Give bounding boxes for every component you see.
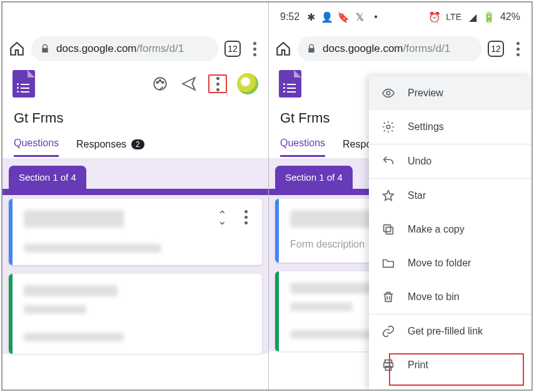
menu-label: Settings xyxy=(408,121,444,133)
url-host: docs.google.com xyxy=(323,43,403,54)
url-bar[interactable]: docs.google.com/forms/d/1 xyxy=(31,36,218,61)
forms-overflow-icon[interactable] xyxy=(208,74,227,93)
url-path: /forms/d/1 xyxy=(403,43,451,54)
menu-label: Move to folder xyxy=(408,258,471,269)
tab-count[interactable]: 12 xyxy=(224,41,241,57)
home-icon[interactable] xyxy=(275,41,291,57)
menu-label: Make a copy xyxy=(408,224,465,235)
star-icon xyxy=(381,189,395,203)
screenshot-frame: docs.google.com/forms/d/1 12 Gt Frms Que… xyxy=(1,1,533,391)
trash-icon xyxy=(381,290,395,304)
url-bar[interactable]: docs.google.com/forms/d/1 xyxy=(298,36,481,61)
battery-percent: 42% xyxy=(500,11,520,23)
undo-icon xyxy=(381,154,395,168)
overflow-menu: Preview Settings Undo Star Make a copy xyxy=(369,76,531,389)
google-forms-icon[interactable] xyxy=(279,70,301,98)
contact-icon: 👤 xyxy=(322,12,332,22)
tab-responses-partial[interactable]: Respo xyxy=(343,138,371,157)
blurred-q-line1 xyxy=(290,303,353,311)
tab-questions[interactable]: Questions xyxy=(280,138,325,157)
url-path: /forms/d/1 xyxy=(137,43,184,54)
menu-move-bin[interactable]: Move to bin xyxy=(369,280,531,314)
question-card[interactable] xyxy=(9,274,262,354)
svg-rect-7 xyxy=(384,225,391,232)
status-bar: 9:52 ✱ 👤 🔖 𝕏 • ⏰ LTE ◢ 🔋 42% xyxy=(269,3,531,31)
blurred-q-line2 xyxy=(24,333,124,341)
lock-icon xyxy=(306,44,316,54)
section-chip: Section 1 of 4 xyxy=(9,166,86,189)
blurred-q-line1 xyxy=(24,305,86,314)
card-actions: ⌃⌃ xyxy=(218,210,253,224)
card-overflow-icon[interactable] xyxy=(238,210,253,224)
svg-point-5 xyxy=(386,125,390,129)
left-pane: docs.google.com/forms/d/1 12 Gt Frms Que… xyxy=(3,3,268,389)
forms-header xyxy=(3,66,268,101)
gear-icon xyxy=(381,120,395,134)
slack-icon: ✱ xyxy=(306,12,316,22)
menu-label: Preview xyxy=(408,88,443,99)
theme-palette-icon[interactable] xyxy=(151,74,169,93)
menu-label: Get pre-filled link xyxy=(408,326,483,337)
url-host: docs.google.com xyxy=(56,43,137,54)
battery-icon: 🔋 xyxy=(484,12,494,22)
twitter-icon: 𝕏 xyxy=(355,12,365,22)
menu-print[interactable]: Print xyxy=(369,348,531,382)
menu-label: Star xyxy=(408,190,426,201)
menu-make-copy[interactable]: Make a copy xyxy=(369,213,531,246)
link-icon xyxy=(381,324,395,338)
menu-star[interactable]: Star xyxy=(369,179,531,213)
copy-icon xyxy=(381,223,395,236)
svg-point-1 xyxy=(156,81,158,83)
right-pane: 9:52 ✱ 👤 🔖 𝕏 • ⏰ LTE ◢ 🔋 42% docs.google… xyxy=(268,3,531,389)
menu-label: Undo xyxy=(408,156,431,167)
section-bar xyxy=(3,189,268,195)
lte-indicator: LTE xyxy=(446,12,461,22)
signal-icon: ◢ xyxy=(468,12,478,22)
browser-toolbar-right: docs.google.com/forms/d/1 12 xyxy=(269,31,531,66)
lock-icon xyxy=(40,44,50,54)
responses-count-badge: 2 xyxy=(131,139,144,149)
google-forms-icon[interactable] xyxy=(13,70,35,98)
svg-point-3 xyxy=(162,81,164,83)
blurred-q-title xyxy=(24,285,118,296)
home-icon[interactable] xyxy=(9,41,25,57)
blurred-title xyxy=(24,210,124,228)
alarm-icon: ⏰ xyxy=(430,12,440,22)
send-icon[interactable] xyxy=(179,74,198,93)
svg-point-4 xyxy=(386,91,390,95)
svg-rect-6 xyxy=(386,227,393,234)
menu-move-folder[interactable]: Move to folder xyxy=(369,246,531,280)
tab-responses-label: Responses xyxy=(76,139,126,150)
menu-prefilled-link[interactable]: Get pre-filled link xyxy=(369,314,531,348)
status-time: 9:52 xyxy=(280,11,300,23)
tab-questions[interactable]: Questions xyxy=(14,138,59,157)
section-area: Section 1 of 4 ⌃⌃ xyxy=(3,158,268,354)
menu-settings[interactable]: Settings xyxy=(369,110,531,144)
tab-responses[interactable]: Responses 2 xyxy=(76,138,144,157)
section-chip: Section 1 of 4 xyxy=(275,166,353,189)
avatar[interactable] xyxy=(237,73,258,94)
menu-undo[interactable]: Undo xyxy=(369,144,531,178)
menu-label: Print xyxy=(408,359,428,371)
tab-count[interactable]: 12 xyxy=(488,41,504,57)
document-title[interactable]: Gt Frms xyxy=(3,101,268,126)
svg-point-2 xyxy=(159,80,161,82)
browser-overflow-icon[interactable] xyxy=(247,42,262,56)
browser-toolbar: docs.google.com/forms/d/1 12 xyxy=(3,31,268,66)
print-icon xyxy=(381,358,395,372)
collapse-icon[interactable]: ⌃⌃ xyxy=(218,213,227,223)
browser-overflow-icon[interactable] xyxy=(510,42,525,56)
bookmark-icon: 🔖 xyxy=(338,12,348,22)
menu-label: Move to bin xyxy=(408,291,460,303)
dot-icon: • xyxy=(371,12,381,22)
blurred-desc xyxy=(24,244,161,253)
title-card[interactable]: ⌃⌃ xyxy=(9,199,262,265)
tabs: Questions Responses 2 xyxy=(3,126,268,157)
svg-rect-10 xyxy=(385,366,391,370)
eye-icon xyxy=(381,86,395,100)
menu-preview[interactable]: Preview xyxy=(369,76,531,110)
folder-icon xyxy=(381,256,395,270)
